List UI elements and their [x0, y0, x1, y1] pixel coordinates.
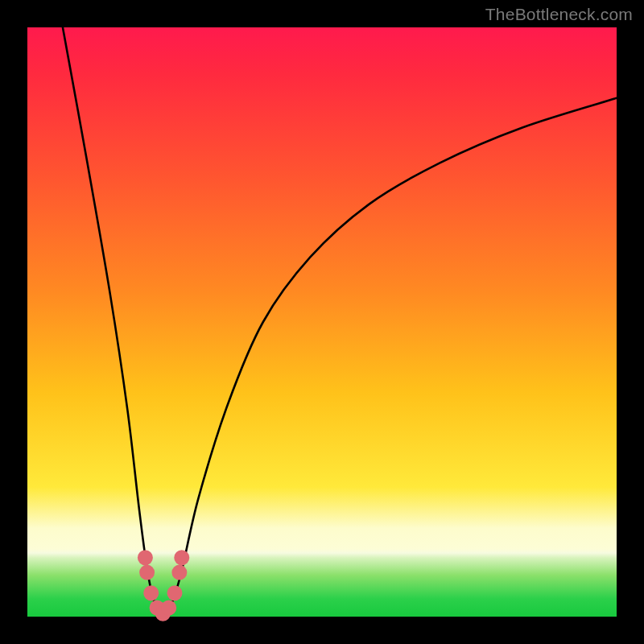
curve-marker: [174, 550, 189, 565]
plot-area: [27, 27, 617, 617]
watermark-text: TheBottleneck.com: [485, 5, 633, 24]
curve-marker: [143, 585, 159, 601]
curve-markers: [138, 550, 189, 621]
curve-layer: [27, 27, 617, 617]
chart-frame: TheBottleneck.com: [0, 0, 644, 644]
curve-marker: [167, 585, 183, 601]
bottleneck-curve: [63, 27, 617, 617]
curve-marker: [139, 565, 155, 580]
curve-marker: [161, 601, 176, 616]
curve-marker: [171, 565, 187, 580]
curve-marker: [138, 550, 153, 565]
